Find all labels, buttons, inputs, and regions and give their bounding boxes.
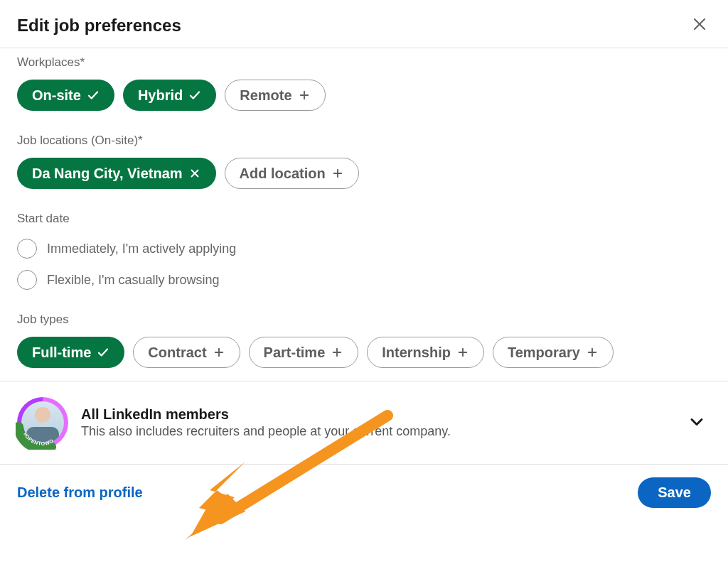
workplace-chip-remote[interactable]: Remote	[225, 80, 325, 111]
plus-icon	[298, 89, 311, 102]
chip-label: Remote	[240, 87, 291, 104]
avatar: #OPENTOWORK	[17, 397, 68, 448]
radio-icon	[17, 270, 37, 290]
radio-label: Immediately, I'm actively applying	[47, 242, 236, 256]
location-chip-danang[interactable]: Da Nang City, Vietnam	[17, 158, 216, 189]
radio-label: Flexible, I'm casually browsing	[47, 273, 220, 288]
visibility-subtitle: This also includes recruiters and people…	[81, 424, 670, 439]
chip-label: Add location	[240, 165, 326, 182]
edit-job-preferences-modal: Edit job preferences Workplaces* On-site…	[0, 0, 728, 569]
locations-label: Job locations (On-site)*	[17, 134, 711, 148]
visibility-title: All LinkedIn members	[81, 406, 670, 423]
start-date-option-immediately[interactable]: Immediately, I'm actively applying	[17, 239, 711, 259]
job-types-section: Job types Full-time Contract Part-time I…	[17, 313, 711, 368]
locations-section: Job locations (On-site)* Da Nang City, V…	[17, 134, 711, 189]
modal-footer: Delete from profile Save	[0, 464, 728, 525]
start-date-section: Start date Immediately, I'm actively app…	[17, 212, 711, 290]
plus-icon	[586, 346, 599, 359]
job-types-chip-row: Full-time Contract Part-time Internship …	[17, 337, 711, 368]
plus-icon	[456, 346, 469, 359]
chip-label: Part-time	[264, 344, 326, 361]
remove-icon	[188, 167, 201, 180]
chip-label: Temporary	[508, 344, 580, 361]
plus-icon	[331, 167, 344, 180]
chevron-down-icon	[687, 412, 707, 432]
chip-label: Internship	[382, 344, 451, 361]
visibility-section[interactable]: #OPENTOWORK All LinkedIn members This al…	[0, 381, 728, 464]
save-button[interactable]: Save	[638, 477, 711, 508]
modal-header: Edit job preferences	[0, 0, 728, 48]
job-type-chip-temporary[interactable]: Temporary	[493, 337, 614, 368]
modal-body: Workplaces* On-site Hybrid Remote Job lo…	[0, 48, 728, 368]
close-button[interactable]	[688, 13, 711, 38]
chip-label: On-site	[32, 87, 81, 104]
workplaces-chip-row: On-site Hybrid Remote	[17, 80, 711, 111]
visibility-text: All LinkedIn members This also includes …	[81, 406, 670, 439]
job-type-chip-parttime[interactable]: Part-time	[249, 337, 359, 368]
start-date-label: Start date	[17, 212, 711, 226]
visibility-expand-button[interactable]	[682, 408, 711, 438]
avatar-image	[21, 401, 64, 444]
job-type-chip-contract[interactable]: Contract	[133, 337, 240, 368]
chip-label: Contract	[148, 344, 206, 361]
start-date-radio-group: Immediately, I'm actively applying Flexi…	[17, 239, 711, 290]
check-icon	[97, 346, 109, 359]
start-date-option-flexible[interactable]: Flexible, I'm casually browsing	[17, 270, 711, 290]
close-icon	[691, 16, 708, 33]
add-location-chip[interactable]: Add location	[225, 158, 359, 189]
job-type-chip-internship[interactable]: Internship	[367, 337, 484, 368]
job-types-label: Job types	[17, 313, 711, 327]
chip-label: Da Nang City, Vietnam	[32, 165, 183, 182]
modal-title: Edit job preferences	[17, 16, 181, 36]
workplaces-label: Workplaces*	[17, 55, 711, 70]
check-icon	[87, 89, 100, 102]
workplace-chip-onsite[interactable]: On-site	[17, 80, 114, 111]
workplaces-section: Workplaces* On-site Hybrid Remote	[17, 55, 711, 111]
job-type-chip-fulltime[interactable]: Full-time	[17, 337, 124, 368]
radio-icon	[17, 239, 37, 259]
chip-label: Hybrid	[138, 87, 183, 104]
workplace-chip-hybrid[interactable]: Hybrid	[123, 80, 216, 111]
locations-chip-row: Da Nang City, Vietnam Add location	[17, 158, 711, 189]
check-icon	[188, 89, 201, 102]
plus-icon	[331, 346, 343, 359]
plus-icon	[213, 346, 225, 359]
chip-label: Full-time	[32, 344, 91, 361]
delete-from-profile-button[interactable]: Delete from profile	[17, 484, 143, 501]
